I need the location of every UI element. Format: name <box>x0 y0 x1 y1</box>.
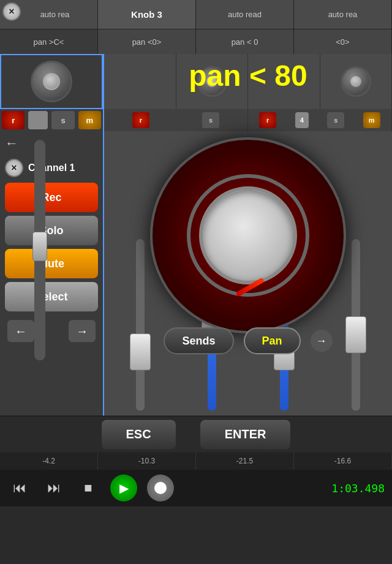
play-icon: ▶ <box>119 481 129 495</box>
fast-forward-icon: ⏭ <box>47 480 61 496</box>
knob-inner <box>43 73 60 90</box>
right-rs-row: r s r 4 s m <box>104 109 392 131</box>
top-bar-section-3[interactable]: auto rea <box>294 0 392 29</box>
right-knob-4[interactable] <box>341 66 371 97</box>
stop-button[interactable]: ■ <box>76 476 100 500</box>
db-cell-3: -21.5 <box>196 452 294 470</box>
right-s-btn-1[interactable]: s <box>202 112 219 128</box>
pan-section-4[interactable]: <0> <box>294 29 392 54</box>
right-knob-4-inner <box>350 76 361 87</box>
right-rs-cell-2: r 4 s m <box>248 109 392 131</box>
pan-label-4: <0> <box>336 37 349 47</box>
right-knob-cell-3 <box>248 54 320 109</box>
right-s-btn-2[interactable]: s <box>327 112 344 128</box>
db-cell-1: -4.2 <box>0 452 98 470</box>
mute-button[interactable]: Mute <box>5 249 98 278</box>
right-knob-cell-1 <box>104 54 176 109</box>
top-bar: × auto rea Knob 3 auto read auto rea <box>0 0 392 29</box>
knob-label: Knob 3 <box>131 9 162 20</box>
nav-right-arrow[interactable]: → <box>69 320 96 342</box>
stop-icon: ■ <box>84 480 92 496</box>
arrow-left-row: ← <box>0 131 103 156</box>
pan-section-3[interactable]: pan < 0 <box>196 29 294 54</box>
close-icon[interactable]: × <box>2 2 21 21</box>
top-bar-section-2[interactable]: auto read <box>196 0 294 29</box>
timecode-display: 1:03.498 <box>331 482 385 495</box>
nav-arrows: ← → <box>0 316 103 346</box>
right-rs-cell-1: r s <box>104 109 248 131</box>
sends-button[interactable]: Sends <box>164 327 233 354</box>
right-m-btn-2[interactable]: m <box>363 112 380 128</box>
main-area: r s m ← × Channel 1 Rec Solo Mute Select… <box>0 54 392 416</box>
pan-section-1[interactable]: pan >C< <box>0 29 98 54</box>
play-button[interactable]: ▶ <box>110 474 137 501</box>
right-knob-2[interactable] <box>197 66 227 97</box>
channel-label-row: × Channel 1 <box>0 156 103 180</box>
top-bar-section-knob[interactable]: Knob 3 <box>98 0 196 29</box>
auto-read-label-1: auto rea <box>40 10 70 19</box>
right-knobs-row <box>104 54 392 109</box>
channel-knob[interactable] <box>31 61 72 102</box>
rewind-icon: ⏮ <box>13 480 26 496</box>
solo-button[interactable]: Solo <box>5 216 98 245</box>
pan-bar: pan >C< pan <0> pan < 0 <0> <box>0 29 392 54</box>
enter-button[interactable]: ENTER <box>200 420 291 449</box>
big-knob-outer[interactable] <box>150 137 346 333</box>
pan-button[interactable]: Pan <box>244 327 301 354</box>
rsm-row: r s m <box>0 109 103 131</box>
right-knob-cell-4 <box>320 54 393 109</box>
left-fader-thumb[interactable] <box>32 232 47 261</box>
left-fader-track[interactable] <box>34 140 45 360</box>
channel-close-button[interactable]: × <box>5 159 23 177</box>
knob-ring <box>187 174 309 297</box>
right-mixer-area: r s r 4 s m pan < 80 <box>104 54 392 416</box>
pan-section-2[interactable]: pan <0> <box>98 29 196 54</box>
nav-left-arrow[interactable]: ← <box>7 320 34 342</box>
right-r-btn-1[interactable]: r <box>132 112 149 128</box>
record-button[interactable] <box>147 474 174 501</box>
sends-pan-row: Sends Pan → <box>104 327 392 354</box>
right-r-btn-2[interactable]: r <box>259 112 276 128</box>
sends-pan-right-arrow[interactable]: → <box>311 330 333 352</box>
rec-button[interactable]: Rec <box>5 183 98 212</box>
db-row: -4.2 -10.3 -21.5 -16.6 <box>0 452 392 470</box>
auto-read-label-2: auto read <box>228 10 262 19</box>
num-button-1 <box>28 111 48 129</box>
rewind-button[interactable]: ⏮ <box>7 476 32 500</box>
transport-bar: ⏮ ⏭ ■ ▶ 1:03.498 <box>0 470 392 506</box>
s-button[interactable]: s <box>51 111 74 129</box>
esc-button[interactable]: ESC <box>102 420 176 449</box>
strip-buttons: Rec Solo Mute Select <box>0 180 103 314</box>
pan-label-3: pan < 0 <box>232 37 258 47</box>
right-knob-2-inner <box>206 76 217 87</box>
db-cell-4: -16.6 <box>294 452 392 470</box>
m-button[interactable]: m <box>78 111 101 129</box>
auto-read-label-3: auto rea <box>328 10 358 19</box>
big-knob-wrapper[interactable] <box>104 137 392 333</box>
arrow-left-icon[interactable]: ← <box>5 135 18 151</box>
db-cell-2: -10.3 <box>98 452 196 470</box>
bottom-control-bar: ESC ENTER <box>0 416 392 452</box>
left-channel-strip: r s m ← × Channel 1 Rec Solo Mute Select… <box>0 54 104 416</box>
right-num-2: 4 <box>295 112 309 128</box>
pan-label-2: pan <0> <box>132 37 162 47</box>
fast-forward-button[interactable]: ⏭ <box>42 476 66 500</box>
right-knob-cell-2 <box>176 54 249 109</box>
select-button[interactable]: Select <box>5 282 98 311</box>
record-icon <box>154 482 167 494</box>
knob-area[interactable] <box>0 54 103 109</box>
pan-label-1: pan >C< <box>34 37 64 47</box>
r-button[interactable]: r <box>2 111 24 129</box>
top-bar-section-1[interactable]: × auto rea <box>0 0 98 29</box>
